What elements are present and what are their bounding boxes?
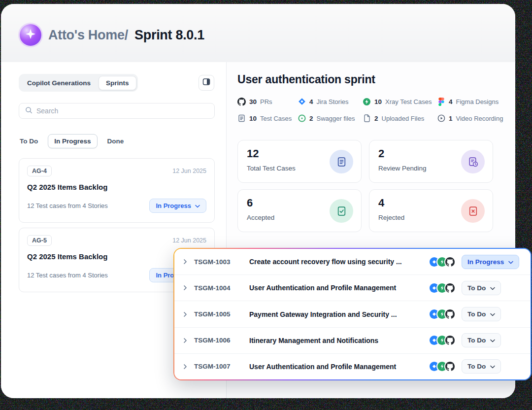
sidebar-tabs-row: Copilot Generations Sprints [19,74,214,92]
chevron-down-icon [490,284,495,292]
story-title: User Authentication and Profile Manageme… [249,284,424,292]
story-row[interactable]: TSGM-1003 Create account recovery flow u… [174,249,531,275]
search-input[interactable] [36,107,208,115]
card-key-badge: AG-4 [27,166,52,176]
story-status-dropdown[interactable]: To Do [462,333,501,347]
app-logo [20,24,41,46]
story-key: TSGM-1004 [194,284,241,292]
card-key-badge: AG-5 [27,235,52,246]
page-title: Atto's Home/ Sprint 8.0.1 [48,28,204,43]
chevron-down-icon [490,337,495,344]
card-subtitle: 12 Test cases from 4 Stories [27,272,108,279]
story-status-label: To Do [467,337,486,344]
panel-layout-icon [202,78,210,88]
stat-count: 4 [309,98,313,105]
chevron-right-icon[interactable] [182,364,188,370]
chevron-right-icon[interactable] [182,338,188,343]
card-subtitle: 12 Test cases from 4 Stories [27,202,108,209]
filter-todo[interactable]: To Do [20,137,38,145]
summary-cards: 12 Total Test Cases 2 Review Pending 6 A… [237,140,493,232]
stat-count: 10 [249,115,257,122]
document-check-icon [330,199,353,223]
test-cases-icon [237,114,246,123]
story-key: TSGM-1006 [194,337,241,344]
story-status-dropdown[interactable]: In Progress [462,255,519,269]
tab-copilot-generations[interactable]: Copilot Generations [20,76,98,90]
story-row[interactable]: TSGM-1004 User Authentication and Profil… [174,275,531,301]
stat-video-recording: 1 Video Recording [437,113,510,123]
stat-count: 30 [249,98,257,105]
stat-jira-stories: 4 Jira Stories [298,97,363,106]
document-icon [330,150,353,173]
summary-card-review-pending[interactable]: 2 Review Pending [369,140,493,183]
story-status-dropdown[interactable]: To Do [462,281,501,295]
panel-toggle-button[interactable] [199,75,214,91]
github-icon [445,283,455,293]
card-status-dropdown[interactable]: In Progress [149,199,206,213]
story-title: User Authentication and Profile Manageme… [249,363,424,371]
stat-uploaded-files: 2 Uploaded Files [363,113,437,123]
stat-label: Uploaded Files [382,115,425,122]
sprint-card[interactable]: AG-4 12 Jun 2025 Q2 2025 Items Backlog 1… [19,158,215,223]
tab-group: Copilot Generations Sprints [19,74,138,92]
card-date: 12 Jun 2025 [172,237,206,244]
stat-count: 4 [449,98,453,105]
story-title: Itinerary Management and Notifications [249,337,424,344]
story-status-label: To Do [467,310,486,318]
breadcrumb-current: Sprint 8.0.1 [134,28,204,42]
uploaded-files-icon [363,114,371,123]
tab-sprints[interactable]: Sprints [99,76,136,90]
figma-icon [437,98,445,106]
story-status-dropdown[interactable]: To Do [462,307,501,321]
sparkle-icon [25,29,36,41]
chevron-down-icon [490,310,495,318]
story-row[interactable]: TSGM-1006 Itinerary Management and Notif… [174,328,531,354]
breadcrumb-home[interactable]: Atto's Home/ [48,28,128,42]
story-status-label: To Do [467,284,486,292]
document-clock-icon [461,150,485,173]
github-icon [445,336,455,345]
stat-label: Figma Designs [456,98,499,105]
document-x-icon [461,199,485,223]
story-key: TSGM-1003 [194,258,241,266]
sprint-stats: 30 PRs 4 Jira Stories 10 Xray Test Cases [237,97,510,123]
summary-card-accepted[interactable]: 6 Accepted [237,189,362,232]
summary-card-rejected[interactable]: 4 Rejected [369,189,493,232]
github-icon [445,257,455,267]
status-filters: To Do In Progress Done [20,134,124,148]
filter-done[interactable]: Done [107,137,124,145]
swagger-icon [298,114,306,123]
story-key: TSGM-1007 [194,363,241,370]
chevron-down-icon [195,202,200,209]
video-recording-icon [437,114,445,123]
stat-label: Video Recording [456,115,503,122]
card-title: Q2 2025 Items Backlog [27,183,206,191]
jira-icon [298,98,306,106]
story-row[interactable]: TSGM-1007 User Authentication and Profil… [174,354,531,379]
chevron-right-icon[interactable] [182,285,188,291]
stat-count: 2 [374,115,378,122]
stat-test-cases: 10 Test Cases [237,113,298,123]
story-status-label: To Do [467,363,486,370]
stat-count: 2 [309,115,313,122]
story-status-dropdown[interactable]: To Do [462,359,501,374]
stat-figma-designs: 4 Figma Designs [437,97,510,106]
chevron-down-icon [490,363,495,370]
stat-label: Swagger files [317,115,355,122]
filter-in-progress[interactable]: In Progress [48,134,97,148]
stat-count: 1 [449,115,453,122]
story-row[interactable]: TSGM-1005 Payment Gateway Integration an… [174,301,531,327]
card-status-label: In Progress [156,202,191,209]
stat-label: Test Cases [260,115,292,122]
story-key: TSGM-1005 [194,310,241,318]
stat-label: Xray Test Cases [385,98,432,105]
stat-count: 10 [374,98,382,105]
stories-overlay-panel: TSGM-1003 Create account recovery flow u… [173,248,532,380]
chevron-right-icon[interactable] [182,311,188,317]
summary-card-total[interactable]: 12 Total Test Cases [237,140,362,183]
chevron-down-icon [508,258,513,266]
search-icon [25,106,33,116]
chevron-right-icon[interactable] [182,259,188,265]
sprint-title: User authentication sprint [237,73,375,86]
github-icon [237,98,246,106]
